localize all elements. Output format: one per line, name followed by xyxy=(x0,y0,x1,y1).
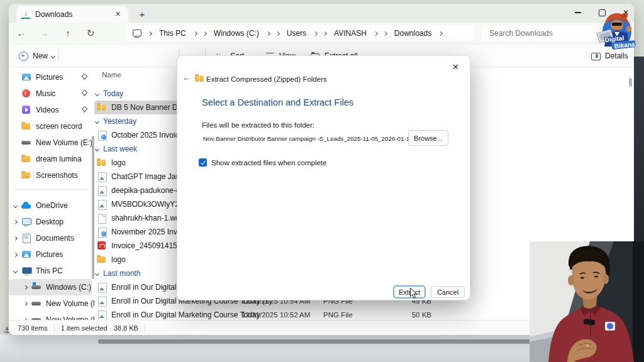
tab-downloads[interactable]: ↓ Downloads ✕ xyxy=(16,6,128,23)
sidebar-item[interactable]: Documents xyxy=(9,230,94,246)
status-divider xyxy=(54,324,55,332)
chevron-right-icon xyxy=(266,31,270,35)
up-icon[interactable]: ↑ xyxy=(60,26,75,41)
breadcrumb-item[interactable]: AVINASH xyxy=(321,28,380,39)
breadcrumb-label[interactable]: Windows (C:) xyxy=(210,28,263,39)
file-icon xyxy=(97,172,107,182)
breadcrumb-label[interactable]: This PC xyxy=(155,28,190,39)
sidebar-item[interactable]: Videos xyxy=(9,102,94,118)
dialog-heading: Select a Destination and Extract Files xyxy=(202,97,353,107)
selection-size: 38.8 KB xyxy=(114,324,138,332)
browse-button[interactable]: Browse... xyxy=(408,130,448,146)
breadcrumb-item[interactable]: Windows (C:) xyxy=(201,28,272,39)
pin-icon xyxy=(82,74,88,80)
chevron-slot[interactable] xyxy=(14,270,21,273)
checkbox-checked-icon[interactable] xyxy=(199,158,207,167)
sidebar-item[interactable]: New Volume (D xyxy=(9,295,94,312)
group-chevron-icon xyxy=(95,119,99,123)
main-scrollbar[interactable] xyxy=(629,78,632,87)
status-divider xyxy=(145,324,145,332)
chevron-slot[interactable] xyxy=(24,302,31,305)
chevron-right-icon xyxy=(383,31,387,35)
chevron-right-icon xyxy=(313,31,318,35)
chevron-slot[interactable] xyxy=(14,253,21,256)
destination-path[interactable]: Nov Banner Distributor Banner campaign -… xyxy=(203,135,404,142)
sidebar-item-icon xyxy=(21,138,31,148)
sidebar-item[interactable]: Screenshots xyxy=(9,167,94,184)
chevron-right-icon xyxy=(275,31,280,35)
dialog-close-icon[interactable]: ✕ xyxy=(449,61,462,73)
chevron-slot[interactable] xyxy=(24,286,31,289)
chevron-right-icon xyxy=(438,31,443,35)
breadcrumb-label[interactable]: AVINASH xyxy=(330,28,370,39)
sidebar-item-icon xyxy=(21,72,31,82)
sidebar-item-label: Documents xyxy=(36,234,74,243)
selection-count: 1 item selected xyxy=(61,324,108,332)
file-name: logo xyxy=(111,255,126,264)
back-icon[interactable]: ← xyxy=(14,26,29,41)
dialog-back-icon[interactable]: ← xyxy=(182,72,191,82)
chevron-slot xyxy=(14,109,21,112)
chevron-slot[interactable] xyxy=(14,204,21,207)
sidebar-scrollbar[interactable] xyxy=(92,136,94,279)
search-box[interactable] xyxy=(482,25,596,41)
sidebar-item[interactable]: OneDrive xyxy=(9,197,94,214)
sidebar-item[interactable]: Desktop xyxy=(9,214,94,230)
sidebar-item[interactable]: This PC xyxy=(9,263,94,279)
minimize-button[interactable] xyxy=(569,6,587,19)
breadcrumb-item[interactable]: Users xyxy=(274,28,319,39)
breadcrumb-label[interactable]: Users xyxy=(283,28,310,39)
new-tab-button[interactable]: + xyxy=(136,8,148,21)
chevron-down-icon xyxy=(51,53,55,58)
pin-icon xyxy=(82,90,88,97)
sidebar-item-label: screen record xyxy=(36,122,82,131)
breadcrumb-item[interactable]: This PC xyxy=(146,28,199,39)
file-icon xyxy=(97,282,107,292)
sidebar-item-icon xyxy=(21,217,31,227)
chevron-right-icon xyxy=(374,31,378,35)
sidebar-item[interactable]: Music xyxy=(9,85,94,102)
new-button[interactable]: New xyxy=(14,47,58,65)
tab-title: Downloads xyxy=(35,10,113,19)
chevron-slot xyxy=(14,92,21,96)
chevron-slot[interactable] xyxy=(14,221,21,224)
chevron-icon xyxy=(13,252,18,256)
file-name: Last week xyxy=(103,145,137,153)
column-header-name[interactable]: Name xyxy=(102,71,121,79)
sidebar-item[interactable]: New Volume (E:) xyxy=(9,134,94,151)
download-tab-icon: ↓ xyxy=(21,10,30,19)
brand-mascot-logo: Digital Bikana xyxy=(594,11,639,50)
sidebar-item[interactable]: Pictures xyxy=(9,246,94,263)
chevron-slot xyxy=(14,158,21,161)
search-input[interactable] xyxy=(488,28,590,38)
sidebar-pinned: Pictures Music Videos screen record xyxy=(9,69,94,184)
sidebar-item-label: Screenshots xyxy=(36,171,78,180)
sidebar-item[interactable]: dream lumina xyxy=(9,151,94,167)
sidebar-item[interactable]: screen record xyxy=(9,118,94,134)
breadcrumb-label[interactable]: Downloads xyxy=(391,28,435,39)
sidebar-item[interactable]: Windows (C:) xyxy=(9,279,92,295)
sidebar-item[interactable]: Pictures xyxy=(9,69,94,85)
breadcrumb-item[interactable]: Downloads xyxy=(381,28,445,39)
file-type: PNG File xyxy=(323,311,353,319)
show-files-checkbox-row[interactable]: Show extracted files when complete xyxy=(199,158,326,167)
sidebar-item-label: This PC xyxy=(36,266,63,275)
chevron-slot[interactable] xyxy=(14,237,21,240)
checkbox-label: Show extracted files when complete xyxy=(211,159,326,167)
dialog-title: Extract Compressed (Zipped) Folders xyxy=(206,75,327,83)
file-icon xyxy=(97,185,107,195)
forward-icon[interactable]: → xyxy=(36,26,52,41)
chevron-right-icon xyxy=(323,31,327,35)
cancel-button[interactable]: Cancel xyxy=(431,286,465,298)
file-name: Yesterday xyxy=(103,117,136,126)
file-name: Enroll in Our Digital Marketing Course T… xyxy=(111,310,260,319)
chevron-right-icon xyxy=(203,31,207,35)
tab-close-icon[interactable]: ✕ xyxy=(113,9,123,19)
refresh-icon[interactable]: ↻ xyxy=(83,26,98,41)
chevron-slot xyxy=(14,76,21,79)
group-chevron-icon xyxy=(95,91,99,96)
sidebar-item-label: dream lumina xyxy=(36,155,82,163)
file-name: Last month xyxy=(103,269,140,278)
breadcrumb[interactable]: This PC Windows (C:) Users AVINASH Downl… xyxy=(126,25,473,41)
file-icon xyxy=(97,227,107,237)
